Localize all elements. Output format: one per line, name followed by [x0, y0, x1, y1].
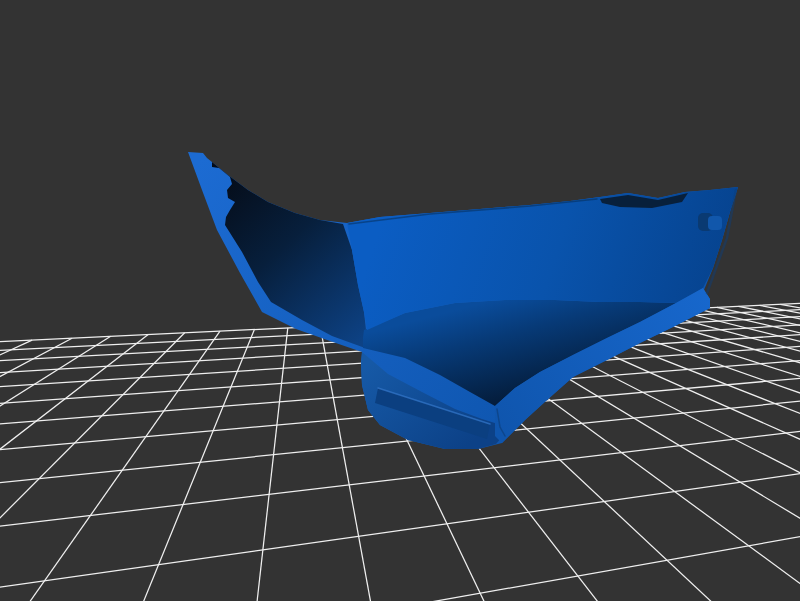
- viewport-3d[interactable]: [0, 0, 800, 601]
- scene-canvas[interactable]: [0, 0, 800, 601]
- model-side-tab-inner: [708, 216, 722, 230]
